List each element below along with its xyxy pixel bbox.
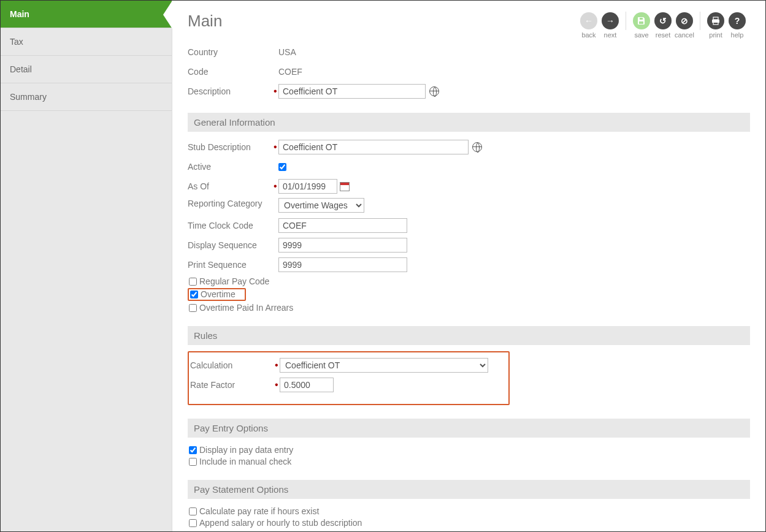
reporting-select[interactable]: Overtime Wages [278,198,364,213]
calcrate-checkbox[interactable] [189,507,197,515]
print-icon [707,12,724,29]
asof-label: As Of [188,181,274,191]
toolbar: ← back → next save ↺ reset ⊘ cancel prin [579,12,747,39]
sidebar: Main Tax Detail Summary [1,1,172,531]
regular-pay-row: Regular Pay Code [188,276,750,286]
globe-icon[interactable] [429,86,439,96]
arrears-row: Overtime Paid In Arrears [188,303,750,313]
calendar-icon[interactable] [340,182,350,191]
timeclock-label: Time Clock Code [188,221,274,230]
overtime-row: Overtime [188,288,246,301]
reset-icon: ↺ [654,12,672,29]
calcrate-row: Calculate pay rate if hours exist [188,506,750,516]
main-area: ← back → next save ↺ reset ⊘ cancel prin [172,1,765,531]
regular-checkbox[interactable] [189,278,197,286]
calcrate-label: Calculate pay rate if hours exist [199,506,319,516]
code-value: COEF [278,67,302,77]
include-manual-checkbox[interactable] [189,458,197,466]
append-checkbox[interactable] [189,519,197,527]
arrow-left-icon: ← [580,12,597,29]
reporting-label: Reporting Category [188,198,274,209]
reset-button[interactable]: ↺ reset [653,12,673,39]
calc-label: Calculation [189,360,275,370]
sidebar-item-summary[interactable]: Summary [1,83,172,111]
sidebar-item-detail[interactable]: Detail [1,56,172,83]
description-label: Description [188,86,274,96]
sidebar-item-label: Tax [10,37,23,47]
regular-label: Regular Pay Code [199,276,269,286]
back-button[interactable]: ← back [579,12,599,39]
code-label: Code [188,67,274,77]
divider [700,12,700,30]
sidebar-item-label: Detail [10,64,32,74]
content-scroll[interactable]: Main Country USA Code COEF Description •… [172,1,765,531]
save-button[interactable]: save [632,12,651,39]
printseq-input[interactable] [278,257,407,272]
include-manual-label: Include in manual check [199,457,291,466]
arrears-checkbox[interactable] [189,304,197,312]
divider [626,12,626,30]
dispseq-label: Display Sequence [188,240,274,250]
cancel-icon: ⊘ [676,12,693,29]
paystatement-section-header: Pay Statement Options [188,480,750,499]
append-row: Append salary or hourly to stub descript… [188,518,750,528]
append-label: Append salary or hourly to stub descript… [199,518,362,528]
active-checkbox[interactable] [278,163,286,171]
sidebar-item-main[interactable]: Main [1,1,172,28]
help-icon: ? [729,12,746,29]
save-icon [633,12,650,29]
calc-select[interactable]: Coefficient OT [280,358,488,373]
rate-label: Rate Factor [189,380,275,390]
globe-icon[interactable] [472,142,482,152]
rate-input[interactable] [280,378,334,392]
print-button[interactable]: print [706,12,726,39]
sidebar-item-label: Summary [10,92,47,102]
active-label: Active [188,162,274,172]
dispseq-input[interactable] [278,238,407,253]
country-value: USA [278,47,296,57]
cancel-button[interactable]: ⊘ cancel [675,12,694,39]
overtime-checkbox[interactable] [190,291,198,298]
display-entry-row: Display in pay data entry [188,445,750,455]
printseq-label: Print Sequence [188,260,274,270]
display-entry-label: Display in pay data entry [199,445,293,455]
svg-rect-0 [713,17,718,20]
arrears-label: Overtime Paid In Arrears [199,303,293,313]
payentry-section-header: Pay Entry Options [188,419,750,438]
description-input[interactable] [278,84,426,99]
include-manual-row: Include in manual check [188,457,750,466]
sidebar-item-tax[interactable]: Tax [1,28,172,56]
asof-input[interactable] [278,179,337,194]
general-section-header: General Information [188,113,750,132]
country-label: Country [188,47,274,57]
sidebar-item-label: Main [10,9,29,19]
help-button[interactable]: ? help [727,12,747,39]
timeclock-input[interactable] [278,218,407,233]
rules-section-header: Rules [188,326,750,345]
arrow-right-icon: → [602,12,619,29]
next-button[interactable]: → next [600,12,620,39]
display-entry-checkbox[interactable] [189,446,197,454]
stub-label: Stub Description [188,142,274,152]
overtime-label: Overtime [201,289,236,299]
stub-input[interactable] [278,140,469,154]
